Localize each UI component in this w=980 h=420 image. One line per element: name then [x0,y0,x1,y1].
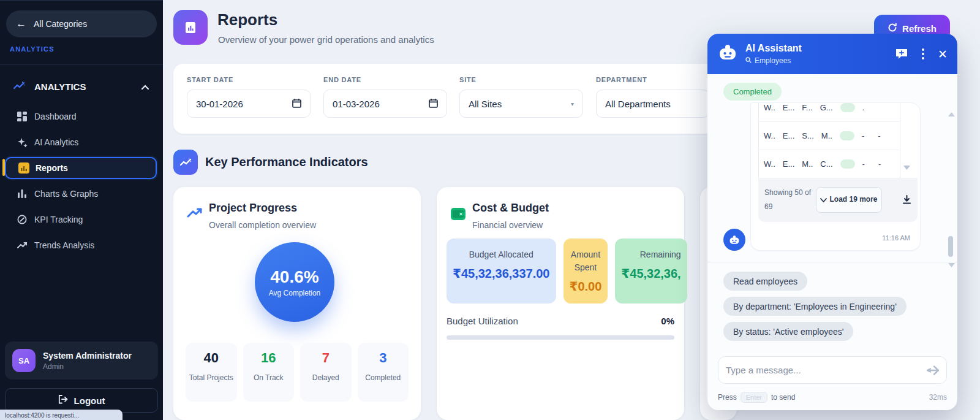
suggestion-chip[interactable]: By department: 'Employees in Engineering… [723,297,907,316]
more-options-icon[interactable] [922,48,924,59]
site-field: SITE All Sites ▾ [459,76,583,118]
user-card[interactable]: SA System Administrator Admin [5,342,158,380]
project-progress-subtitle: Overall completion overview [209,220,316,230]
stat-completed: 3 Completed [358,343,409,402]
message-input[interactable] [726,365,927,375]
suggestion-chip[interactable]: By status: 'Active employees' [723,322,853,341]
refresh-label: Refresh [902,23,937,34]
analytics-trend-icon [13,81,26,93]
cell: M.. [821,131,832,140]
input-footer: Press Enter to send 32ms [718,392,947,403]
ai-assistant-panel: AI Assistant Employees ✕ Completed W.. E… [707,34,957,410]
chips-divider [707,262,957,262]
end-date-field: END DATE 01-03-2026 [323,76,447,118]
utilization-label: Budget Utilization [447,316,518,326]
gauge-icon [17,215,27,224]
sidebar-item-reports[interactable]: Reports [5,157,157,179]
stat-value: 3 [360,350,407,366]
cost-budget-title: Cost & Budget [472,202,549,215]
avg-completion-circle: 40.6% Avg Completion [255,242,334,322]
trend-up-icon [187,207,203,221]
calendar-icon[interactable] [429,98,438,110]
end-date-input[interactable]: 01-03-2026 [323,90,447,118]
back-arrow-icon: ← [16,18,26,30]
end-date-label: END DATE [323,76,447,83]
download-icon[interactable] [902,195,911,205]
tile-label: Budget Allocated [453,248,550,261]
assistant-header: AI Assistant Employees ✕ [707,34,957,74]
stat-value: 16 [246,350,292,366]
section-label: ANALYTICS [34,82,86,92]
start-date-label: START DATE [187,76,311,83]
cell: G... [820,103,833,112]
browser-status-tooltip: localhost:4200 is requesti... [0,410,123,420]
start-date-input[interactable]: 30-01-2026 [187,90,311,118]
cell: W.. [764,103,775,112]
load-more-button[interactable]: Load 19 more [816,187,882,213]
sidebar-item-dashboard[interactable]: Dashboard [5,105,157,128]
department-value: All Departments [605,99,671,109]
start-date-field: START DATE 30-01-2026 [187,76,311,118]
active-item-accent [2,159,5,176]
tile-label: Amount Spent [570,248,602,274]
cell: F... [802,103,812,112]
status-pill [840,159,855,169]
enter-key-chip: Enter [741,392,767,403]
sidebar-item-charts-graphs[interactable]: Charts & Graphs [5,183,157,205]
stat-value: 7 [303,350,349,366]
all-categories-button[interactable]: ← All Categories [6,10,157,37]
suggestion-chip[interactable]: Read employees [723,272,807,291]
status-badge: Completed [723,83,782,101]
reports-icon [18,162,29,174]
calendar-icon[interactable] [292,98,301,110]
logout-label: Logout [74,395,105,406]
project-progress-card: Project Progress Overall completion over… [173,187,421,420]
dashboard-icon [17,112,27,121]
cell: - [878,131,880,140]
stat-total-projects: 40 Total Projects [186,343,237,402]
sidebar-item-ai-analytics[interactable]: AI Analytics [5,131,157,153]
budget-allocated-tile: Budget Allocated ₹45,32,36,337.00 [447,239,556,304]
table-row[interactable]: W.. E... M.. C... - - [759,150,900,178]
sidebar-item-label: Trends Analysis [34,240,94,250]
table-scroll-down-icon[interactable] [903,162,911,173]
department-field: DEPARTMENT All Departments [596,76,709,118]
department-select[interactable]: All Departments [596,90,709,118]
stat-delayed: 7 Delayed [300,343,352,402]
status-pill [840,131,854,140]
scroll-up-icon[interactable] [948,109,956,120]
cell: W.. [764,131,775,140]
cell: E... [783,103,795,112]
new-chat-icon[interactable] [895,48,908,60]
sidebar-item-label: AI Analytics [34,137,78,147]
bot-avatar [723,229,745,251]
sidebar-item-label: Dashboard [34,112,77,121]
amount-spent-tile: Amount Spent ₹0.00 [564,239,608,304]
kpi-section-title: Key Performance Indicators [205,155,368,169]
cell: S... [802,131,814,140]
message-timestamp: 11:16 AM [882,234,910,242]
close-icon[interactable]: ✕ [938,47,948,61]
latency-value: 32ms [929,393,947,402]
tile-value: ₹45,32,36, [621,266,680,281]
sidebar: ← All Categories ANALYTICS ANALYTICS Das… [0,0,163,420]
status-pill [840,103,855,112]
logout-button[interactable]: Logout [5,388,158,413]
trend-up-icon [17,242,28,250]
table-row[interactable]: W.. E... S... M.. - - [759,121,900,150]
sidebar-item-trends-analysis[interactable]: Trends Analysis [5,234,157,256]
scroll-down-icon[interactable] [948,259,956,270]
bar-chart-icon [17,189,27,199]
send-icon[interactable] [927,365,939,375]
chevron-up-icon[interactable] [141,82,149,92]
assistant-context: Employees [745,56,802,65]
cell: - [862,159,865,169]
sidebar-section-analytics[interactable]: ANALYTICS [5,75,158,97]
utilization-value: 0% [661,316,674,326]
results-table[interactable]: W.. E... F... G... . W.. E... S... M.. -… [758,102,900,178]
project-stats: 40 Total Projects 16 On Track 7 Delayed … [186,343,409,402]
sidebar-item-kpi-tracking[interactable]: KPI Tracking [5,208,157,231]
scrollbar-thumb[interactable] [948,236,953,257]
site-select[interactable]: All Sites ▾ [459,90,583,118]
table-row[interactable]: W.. E... F... G... . [759,102,900,121]
